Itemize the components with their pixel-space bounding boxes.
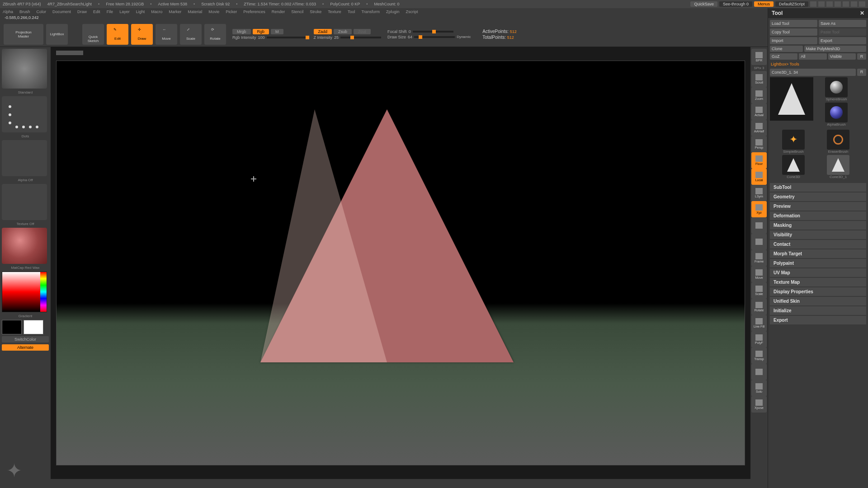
current-tool-thumbnail[interactable] [770,77,813,121]
menu-macro[interactable]: Macro [151,9,162,14]
scale-button[interactable]: ⤢Scale [180,24,202,45]
brush-thumbnail[interactable] [2,49,47,89]
menu-zplugin[interactable]: Zplugin [386,9,400,14]
load-tool-button[interactable]: Load Tool [770,20,817,27]
menu-transform[interactable]: Transform [361,9,380,14]
strip-frame-button[interactable]: Frame [751,250,767,266]
strip-local-button[interactable]: Local [751,169,767,185]
strip-xpose-button[interactable]: Xpose [751,396,767,413]
strip-aahalf-button[interactable]: AAHalf [751,120,767,136]
secondary-color-swatch[interactable] [2,320,22,334]
menus-button[interactable]: Menus [754,1,774,7]
menu-render[interactable]: Render [272,9,285,14]
menu-document[interactable]: Document [52,9,71,14]
close-icon[interactable] [859,1,865,7]
mrgb-button[interactable]: Mrgb [232,29,251,34]
rgb-button[interactable]: Rgb [253,29,269,34]
strip-floor-button[interactable]: Floor [751,152,767,169]
tool-thumb-eraserbrush[interactable] [827,130,849,150]
menu-color[interactable]: Color [37,9,47,14]
recent-documents-bar[interactable] [56,51,83,55]
help-icon[interactable] [826,1,833,7]
alpha-thumbnail[interactable] [2,140,47,176]
section-deformation[interactable]: Deformation [770,211,866,220]
menu-tool[interactable]: Tool [348,9,355,14]
section-subtool[interactable]: SubTool [770,183,866,192]
projection-master-button[interactable]: Projection Master [4,24,43,45]
menu-layer[interactable]: Layer [119,9,130,14]
menu-light[interactable]: Light [136,9,145,14]
lightbox-button[interactable]: LightBox [46,24,68,45]
strip-xyz-button[interactable]: Xyz [751,201,767,217]
strip-transp-button[interactable]: Transp [751,347,767,364]
section-polypaint[interactable]: Polypaint [770,259,866,267]
bpr-button[interactable]: BPR [751,49,767,65]
switchcolor-button[interactable]: SwitchColor [2,336,49,343]
viewport[interactable] [56,61,745,465]
menu-material[interactable]: Material [188,9,202,14]
section-initialize[interactable]: Initialize [770,306,866,315]
tool-thumb-spherebrush[interactable] [825,77,848,97]
tool-panel-close-icon[interactable]: ✕ [860,10,864,16]
dock-icon[interactable] [810,1,816,7]
menu-movie[interactable]: Movie [208,9,219,14]
gradient-label[interactable]: Gradient [2,314,49,318]
zadd-button[interactable]: Zadd [314,29,332,34]
paste-tool-button[interactable]: Paste Tool [819,28,866,36]
current-tool-name[interactable]: Cone3D_1. 34 [770,69,856,76]
spix-label[interactable]: SPix 3 [751,66,767,70]
tool-thumb-simplebrush[interactable]: ✦ [782,130,805,150]
canvas-area[interactable] [51,47,750,479]
strip-zoom-button[interactable]: Zoom [751,87,767,103]
menu-stroke[interactable]: Stroke [310,9,321,14]
section-preview[interactable]: Preview [770,202,866,211]
tool-r-button[interactable]: R [857,69,866,76]
goz-visible-button[interactable]: Visible [828,53,856,60]
menu-edit[interactable]: Edit [93,9,100,14]
export-button[interactable]: Export [819,37,866,44]
menu-marker[interactable]: Marker [169,9,181,14]
strip-scroll-button[interactable]: Scroll [751,71,767,87]
strip-rotate-button[interactable]: Rotate [751,299,767,315]
focal-shift-slider[interactable] [413,31,453,33]
alternate-button[interactable]: Alternate [2,344,49,351]
texture-thumbnail[interactable] [2,184,47,220]
menu-alpha[interactable]: Alpha [3,9,13,14]
draw-size-slider[interactable] [414,36,455,38]
save-as-button[interactable]: Save As [819,20,866,27]
zsub-button[interactable]: Zsub [334,29,352,34]
draw-button[interactable]: ✢Draw [131,24,153,45]
make-polymesh3d-button[interactable]: Make PolyMesh3D [804,46,866,52]
menu-picker[interactable]: Picker [226,9,237,14]
tool-breadcrumb[interactable]: Lightbox> Tools [770,61,866,67]
z-intensity-slider[interactable] [340,37,381,38]
section-geometry[interactable]: Geometry [770,192,866,201]
strip-persp-button[interactable]: Persp [751,136,767,152]
menu-stencil[interactable]: Stencil [291,9,303,14]
import-button[interactable]: Import [770,37,817,44]
zcut-button[interactable]: Zcut [354,29,371,34]
strip-scale-button[interactable]: Scale [751,282,767,299]
tool-thumb-cone3d[interactable] [782,155,805,175]
strip-actual-button[interactable]: Actual [751,103,767,120]
goz-r-button[interactable]: R [857,53,866,60]
primary-color-swatch[interactable] [24,320,43,334]
copy-tool-button[interactable]: Copy Tool [770,28,817,36]
tool-thumb-alphabrush[interactable] [825,103,848,122]
menu-texture[interactable]: Texture [328,9,341,14]
restore-icon[interactable] [851,1,857,7]
strip-solo-button[interactable]: Solo [751,380,767,396]
section-masking[interactable]: Masking [770,221,866,230]
strip-polyf-button[interactable]: PolyF [751,331,767,347]
strip-blank-button[interactable] [751,234,767,250]
goz-all-button[interactable]: All [799,53,826,60]
cone-mesh[interactable] [260,109,514,362]
goz-button[interactable]: GoZ [770,53,797,60]
strip-lsym-button[interactable]: LSym [751,185,767,201]
dock2-icon[interactable] [818,1,825,7]
quicksave-button[interactable]: QuickSave [690,1,717,7]
section-contact[interactable]: Contact [770,240,866,249]
stroke-thumbnail[interactable] [2,96,47,132]
seethrough-slider[interactable]: See-through 0 [719,1,752,7]
section-visibility[interactable]: Visibility [770,230,866,239]
